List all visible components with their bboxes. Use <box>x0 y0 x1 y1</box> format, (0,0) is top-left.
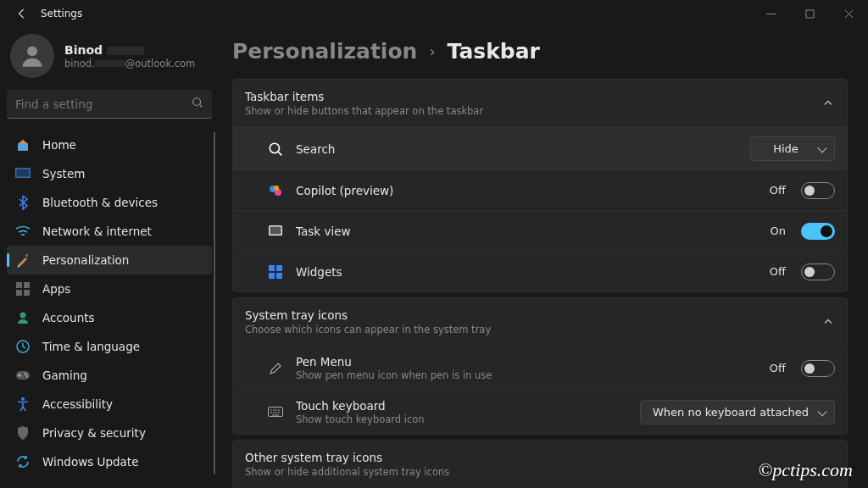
watermark: ©pctips.com <box>759 459 853 481</box>
svg-rect-25 <box>276 273 282 279</box>
svg-rect-5 <box>25 253 28 257</box>
user-email: binod.@outlook.com <box>64 58 195 69</box>
chevron-up-icon <box>823 314 833 330</box>
sidebar-item-label: System <box>42 167 85 180</box>
sidebar-item-accessibility[interactable]: Accessibility <box>7 390 212 419</box>
sidebar-item-time[interactable]: Time & language <box>7 332 212 361</box>
sidebar-item-accounts[interactable]: Accounts <box>7 303 212 332</box>
nav-scrollbar[interactable] <box>214 132 215 474</box>
sidebar-item-label: Home <box>42 138 76 152</box>
svg-rect-23 <box>276 265 282 271</box>
row-taskview: Task view On <box>233 210 847 251</box>
chevron-up-icon <box>823 96 833 112</box>
sidebar-item-label: Windows Update <box>42 455 138 469</box>
accessibility-icon <box>15 396 31 412</box>
redacted-text <box>107 47 144 55</box>
select-touch-keyboard[interactable]: When no keyboard attached <box>640 400 835 424</box>
content-area: Personalization › Taskbar Taskbar items … <box>219 27 868 488</box>
sidebar-item-label: Accessibility <box>42 397 113 411</box>
svg-rect-4 <box>17 169 30 177</box>
maximize-button[interactable] <box>790 0 829 27</box>
sidebar-item-apps[interactable]: Apps <box>7 274 212 303</box>
accounts-icon <box>15 310 31 325</box>
title-bar: Settings <box>0 0 868 27</box>
sidebar-item-privacy[interactable]: Privacy & security <box>7 419 212 447</box>
network-icon <box>15 224 31 239</box>
section-header-other-systray[interactable]: Other system tray icons Show or hide add… <box>233 441 847 488</box>
svg-rect-6 <box>16 282 22 288</box>
svg-rect-21 <box>270 226 281 234</box>
toggle-taskview[interactable] <box>801 223 835 240</box>
gaming-icon <box>15 368 31 383</box>
svg-point-13 <box>25 373 26 374</box>
breadcrumb-current: Taskbar <box>448 39 540 64</box>
section-header-taskbar-items[interactable]: Taskbar items Show or hide buttons that … <box>233 80 847 127</box>
section-other-systray: Other system tray icons Show or hide add… <box>232 440 848 488</box>
apps-icon <box>15 281 31 297</box>
search-input[interactable] <box>7 90 212 119</box>
privacy-icon <box>15 425 31 441</box>
back-button[interactable] <box>7 0 37 27</box>
select-search[interactable]: Hide <box>750 136 835 161</box>
update-icon <box>15 454 31 469</box>
widgets-icon <box>267 263 284 280</box>
sidebar-item-label: Time & language <box>42 340 140 353</box>
sidebar-item-home[interactable]: Home <box>7 130 212 159</box>
svg-point-19 <box>274 186 279 191</box>
search-icon <box>192 96 203 112</box>
sidebar-item-network[interactable]: Network & internet <box>7 217 212 246</box>
keyboard-icon <box>267 404 284 421</box>
avatar-icon <box>10 34 54 78</box>
personalization-icon <box>15 252 31 268</box>
svg-rect-9 <box>24 290 30 296</box>
sidebar-item-label: Apps <box>42 282 70 296</box>
row-search: Search Hide <box>233 127 847 169</box>
svg-point-16 <box>270 143 279 152</box>
sidebar-item-gaming[interactable]: Gaming <box>7 361 212 390</box>
pen-icon <box>267 360 284 377</box>
sidebar-item-bluetooth[interactable]: Bluetooth & devices <box>7 188 212 217</box>
close-button[interactable] <box>829 0 868 27</box>
row-pen-menu: Pen Menu Show pen menu icon when pen is … <box>233 346 847 390</box>
toggle-widgets[interactable] <box>801 263 835 280</box>
sidebar-item-update[interactable]: Windows Update <box>7 447 212 476</box>
row-touch-keyboard: Touch keyboard Show touch keyboard icon … <box>233 390 847 434</box>
window-title: Settings <box>41 8 82 19</box>
copilot-icon <box>267 182 284 199</box>
toggle-copilot[interactable] <box>801 182 835 199</box>
bluetooth-icon <box>15 195 31 210</box>
svg-rect-22 <box>269 265 275 271</box>
row-copilot: Copilot (preview) Off <box>233 169 847 210</box>
chevron-right-icon: › <box>429 42 435 60</box>
svg-rect-24 <box>269 273 275 279</box>
minimize-button[interactable] <box>751 0 790 27</box>
svg-point-15 <box>21 397 25 401</box>
sidebar-item-label: Privacy & security <box>42 426 146 440</box>
svg-point-1 <box>27 46 37 56</box>
svg-rect-0 <box>806 10 814 18</box>
svg-point-14 <box>26 375 28 377</box>
user-block[interactable]: Binod binod.@outlook.com <box>7 27 212 90</box>
sidebar-item-label: Personalization <box>42 253 129 267</box>
breadcrumb-parent[interactable]: Personalization <box>232 39 417 64</box>
svg-rect-8 <box>16 290 22 296</box>
svg-rect-7 <box>24 282 30 288</box>
sidebar-item-label: Network & internet <box>42 225 152 238</box>
row-widgets: Widgets Off <box>233 251 847 291</box>
nav-list: HomeSystemBluetooth & devicesNetwork & i… <box>7 130 212 476</box>
sidebar-item-label: Accounts <box>42 311 95 324</box>
breadcrumb: Personalization › Taskbar <box>232 39 848 64</box>
sidebar: Binod binod.@outlook.com HomeSystemBluet… <box>0 27 219 488</box>
sidebar-item-label: Gaming <box>42 369 87 382</box>
time-icon <box>15 339 31 354</box>
svg-point-2 <box>193 98 201 106</box>
sidebar-item-system[interactable]: System <box>7 159 212 188</box>
taskview-icon <box>267 223 284 240</box>
toggle-pen-menu[interactable] <box>801 360 835 377</box>
section-taskbar-items: Taskbar items Show or hide buttons that … <box>232 79 848 292</box>
section-header-systray[interactable]: System tray icons Choose which icons can… <box>233 298 847 346</box>
sidebar-item-personalization[interactable]: Personalization <box>7 246 212 274</box>
svg-point-10 <box>20 313 26 319</box>
search-icon <box>267 141 284 158</box>
system-icon <box>15 166 31 181</box>
